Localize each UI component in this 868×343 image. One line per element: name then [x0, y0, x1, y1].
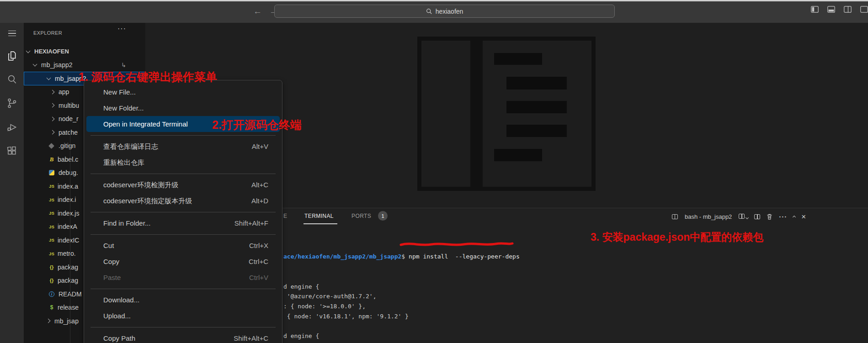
terminal-toolbar: bash - mb_jsapp2 ··· × [672, 210, 806, 223]
gitignore-file-icon [48, 143, 54, 149]
tree-item-label: packag [58, 277, 78, 284]
menu-item-0[interactable]: New File... [86, 84, 280, 100]
chevron-down-icon [746, 216, 749, 219]
tab-debug-console-partial[interactable]: E [283, 213, 287, 219]
menu-item-shortcut: Ctrl+C [249, 253, 268, 269]
terminal-cwd: ace/hexiaofen/mb_jsapp2/mb_jsapp2 [283, 253, 401, 260]
activity-run-debug-button[interactable] [0, 115, 24, 139]
activity-explorer-button[interactable] [0, 44, 24, 68]
workspace-root[interactable]: HEXIAOFEN [24, 45, 145, 58]
titlebar: ← → hexiaofen [0, 1, 868, 23]
toggle-sidebar-icon[interactable] [811, 6, 819, 13]
new-terminal-button[interactable] [739, 212, 748, 221]
toggle-panel-icon[interactable] [827, 6, 835, 13]
terminal-output-line: '@azure/core-auth@1.7.2', [283, 291, 520, 301]
menu-item-shortcut: Ctrl+V [249, 269, 268, 285]
menu-item-1[interactable]: New Folder... [86, 100, 280, 116]
json-file-icon: {} [48, 278, 55, 283]
nav-back-icon[interactable]: ← [253, 6, 262, 16]
menu-item-label: New File... [103, 84, 136, 100]
chevron-right-icon [50, 103, 55, 108]
menu-item-label: Copy Path [103, 330, 135, 343]
menu-item-shortcut: Alt+D [251, 193, 268, 209]
editor-image-preview [417, 37, 596, 191]
menu-item-12[interactable]: CutCtrl+X [86, 237, 280, 253]
tab-terminal[interactable]: TERMINAL [304, 213, 334, 219]
chevron-down-icon [47, 75, 51, 80]
menu-item-label: Copy [103, 253, 119, 269]
sidebar-title: EXPLORER [33, 30, 62, 36]
menu-item-17[interactable]: Upload... [86, 308, 280, 324]
terminal-command: npm install --legacy-peer-deps [409, 253, 520, 260]
split-terminal-icon [739, 214, 745, 219]
menu-item-4[interactable]: 查看仓库编译日志Alt+V [86, 138, 280, 154]
explorer-icon [6, 50, 18, 62]
tree-item-label: release [58, 304, 79, 311]
toggle-secondary-sidebar-icon[interactable] [844, 6, 852, 13]
menu-item-7[interactable]: codeserver环境检测升级Alt+C [86, 177, 280, 193]
indent-guide [70, 130, 70, 343]
open-indicator-icon: ↳ [121, 62, 126, 69]
window-top-edge [0, 0, 868, 1]
menu-separator [91, 135, 276, 136]
chevron-right-icon [50, 116, 55, 121]
preview-block [494, 53, 542, 65]
activity-bar [0, 23, 24, 343]
customize-layout-icon[interactable] [860, 6, 868, 13]
workspace-name: HEXIAOFEN [34, 48, 69, 55]
terminal-output: d engine { '@azure/core-auth@1.7.2',: { … [283, 282, 520, 343]
chevron-right-icon [50, 130, 55, 135]
activity-extensions-button[interactable] [0, 139, 24, 163]
js-file-icon: JS [48, 211, 55, 216]
chevron-down-icon [26, 48, 31, 53]
menu-item-label: Cut [103, 237, 114, 253]
preview-block [506, 101, 567, 113]
activity-source-control-button[interactable] [0, 91, 24, 115]
more-actions-button[interactable]: ··· [779, 213, 787, 221]
menu-item-5[interactable]: 重新检出仓库 [86, 154, 280, 170]
menu-button[interactable] [0, 23, 24, 44]
tree-item-label: debug. [59, 169, 78, 176]
terminal-content[interactable]: ace/hexiaofen/mb_jsapp2/mb_jsapp2$npm in… [283, 232, 520, 343]
search-input[interactable]: hexiaofen [274, 5, 615, 18]
annotation-step3: 3. 安装package.json中配置的依赖包 [591, 230, 763, 244]
chevron-right-icon [50, 90, 55, 94]
hamburger-icon [8, 29, 16, 38]
menu-item-14: PasteCtrl+V [86, 269, 280, 285]
menu-item-shortcut: Shift+Alt+F [234, 215, 268, 231]
menu-item-16[interactable]: Download... [86, 292, 280, 308]
menu-item-label: 重新检出仓库 [103, 154, 144, 170]
search-activity-icon [6, 74, 18, 85]
explorer-more-actions-icon[interactable]: ··· [117, 25, 126, 33]
extensions-icon [6, 145, 18, 157]
activity-search-button[interactable] [0, 68, 24, 91]
menu-item-10[interactable]: Find in Folder...Shift+Alt+F [86, 215, 280, 231]
source-control-icon [6, 97, 18, 109]
menu-item-shortcut: Alt+C [251, 177, 268, 193]
menu-item-label: codeserver环境检测升级 [103, 177, 178, 193]
menu-item-13[interactable]: CopyCtrl+C [86, 253, 280, 269]
tree-item-label: mb_jsap [54, 317, 79, 325]
split-editor-button[interactable] [754, 214, 760, 219]
terminal-output-line: '@azure/core-rest-pipeline@1.16.3', [283, 341, 520, 343]
terminal-output-line [283, 321, 520, 331]
js-file-icon: JS [48, 251, 55, 256]
menu-item-label: Paste [103, 269, 121, 285]
menu-item-8[interactable]: codeserver环境指定版本升级Alt+D [86, 193, 280, 209]
close-panel-button[interactable]: × [801, 213, 806, 221]
menu-separator [91, 174, 276, 174]
babel-file-icon: B [48, 156, 55, 163]
terminal-output-line: d engine { [283, 282, 520, 292]
tab-ports[interactable]: PORTS [351, 213, 371, 219]
preview-block [506, 125, 567, 137]
readme-info-icon: i [49, 291, 54, 297]
menu-separator [91, 289, 276, 289]
maximize-panel-button[interactable] [793, 216, 796, 219]
prompt-symbol: $ [401, 253, 405, 260]
kill-terminal-button[interactable] [766, 213, 773, 220]
python-file-icon [49, 170, 54, 175]
terminal-instance-label[interactable]: bash - mb_jsapp2 [685, 213, 732, 220]
menu-item-label: codeserver环境指定版本升级 [103, 193, 192, 209]
annotation-step2: 2.打开源码仓终端 [212, 117, 302, 132]
menu-item-19[interactable]: Copy PathShift+Alt+C [86, 330, 280, 343]
